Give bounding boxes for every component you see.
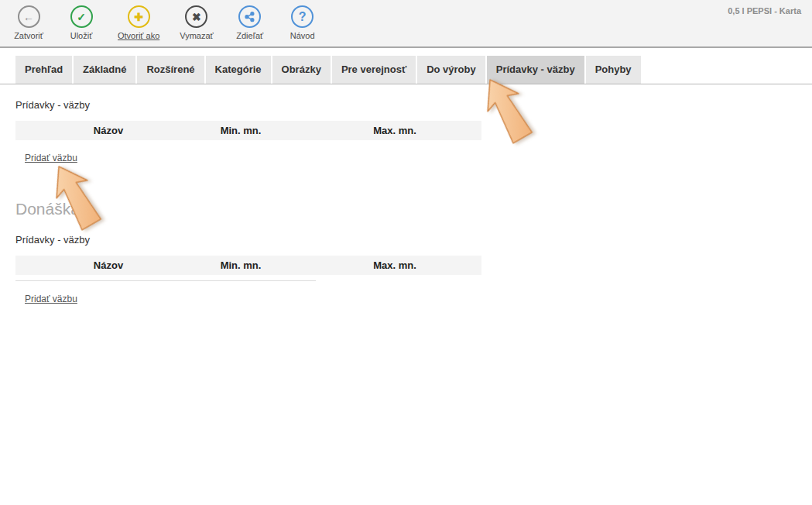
tab-do-vyroby[interactable]: Do výroby — [417, 56, 485, 84]
column-header-name: Názov — [46, 259, 170, 271]
share-button-label: Zdieľať — [236, 31, 263, 40]
add-binding-link-1[interactable]: Pridať väzbu — [25, 153, 77, 163]
tab-pre-verejnost[interactable]: Pre verejnosť — [332, 56, 416, 84]
open-as-button[interactable]: ✚ Otvoriť ako — [118, 5, 159, 40]
save-button[interactable]: ✓ Uložiť — [65, 5, 98, 40]
question-icon: ? — [291, 5, 313, 28]
x-icon: ✖ — [185, 5, 207, 28]
tab-kategorie[interactable]: Kategórie — [206, 56, 271, 84]
column-header-min: Min. mn. — [170, 259, 311, 271]
table-header-row-2: Názov Min. mn. Max. mn. — [15, 256, 481, 275]
item-context-label: 0,5 l PEPSI - Karta — [728, 6, 801, 15]
check-icon: ✓ — [70, 5, 93, 28]
column-header-min: Min. mn. — [170, 125, 311, 136]
back-arrow-icon: ← — [18, 5, 40, 28]
tab-bar: Prehľad Základné Rozšírené Kategórie Obr… — [0, 56, 812, 84]
tab-pohyby[interactable]: Pohyby — [586, 56, 641, 84]
help-button-label: Návod — [290, 31, 315, 40]
open-as-button-label: Otvoriť ako — [118, 31, 159, 40]
section-1-title: Prídavky - väzby — [15, 99, 812, 111]
delivery-heading: Donáška — [15, 200, 812, 218]
share-icon — [238, 5, 261, 28]
close-button[interactable]: ← Zatvoriť — [12, 5, 45, 40]
main-content: Prídavky - väzby Názov Min. mn. Max. mn.… — [0, 99, 812, 305]
section-2-title: Prídavky - väzby — [15, 234, 812, 246]
delete-button[interactable]: ✖ Vymazať — [180, 5, 213, 40]
column-header-name: Názov — [46, 125, 170, 136]
save-button-label: Uložiť — [70, 31, 93, 40]
tab-zakladne[interactable]: Základné — [74, 56, 135, 84]
tab-pridavky-vazby[interactable]: Prídavky - väzby — [487, 56, 584, 84]
add-binding-link-2[interactable]: Pridať väzbu — [25, 294, 77, 304]
share-button[interactable]: Zdieľať — [234, 5, 266, 40]
close-button-label: Zatvoriť — [14, 31, 43, 40]
tab-obrazky[interactable]: Obrázky — [272, 56, 331, 84]
delete-button-label: Vymazať — [180, 31, 213, 40]
tab-prehlad[interactable]: Prehľad — [15, 56, 72, 84]
column-header-max: Max. mn. — [311, 259, 478, 271]
column-header-max: Max. mn. — [311, 125, 478, 136]
table-header-row-1: Názov Min. mn. Max. mn. — [15, 121, 481, 140]
plus-icon: ✚ — [128, 5, 150, 28]
empty-table-row-divider — [15, 280, 316, 281]
tab-rozsirene[interactable]: Rozšírené — [137, 56, 204, 84]
toolbar: ← Zatvoriť ✓ Uložiť ✚ Otvoriť ako ✖ Vyma… — [0, 0, 812, 48]
help-button[interactable]: ? Návod — [286, 5, 319, 40]
